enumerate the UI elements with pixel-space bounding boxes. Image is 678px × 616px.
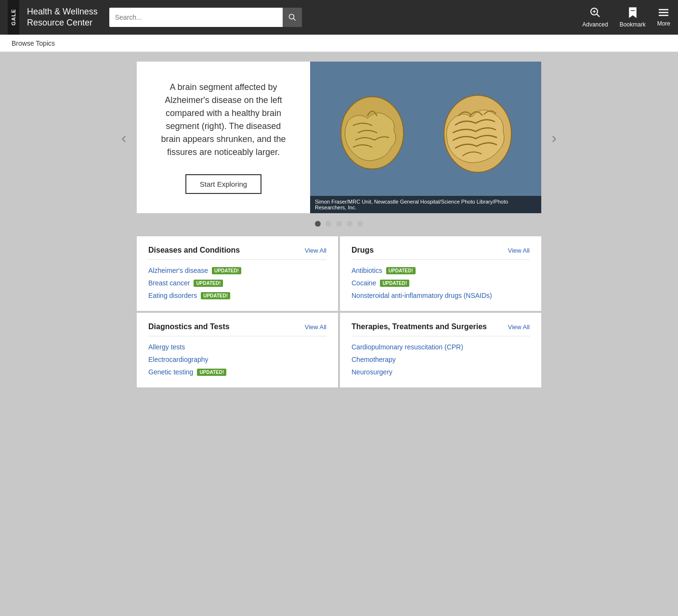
view-all-diagnostics-tests[interactable]: View All xyxy=(305,323,326,331)
category-link-drugs-0[interactable]: AntibioticsUPDATED! xyxy=(352,267,530,274)
category-link-therapies-treatments-2[interactable]: Neurosurgery xyxy=(352,368,530,376)
brain-visual xyxy=(310,62,541,213)
category-card-diagnostics-tests: Diagnostics and TestsView AllAllergy tes… xyxy=(137,313,338,387)
carousel-dot-2[interactable] xyxy=(326,221,331,227)
category-link-diseases-conditions-0[interactable]: Alzheimer's diseaseUPDATED! xyxy=(148,267,326,274)
view-all-therapies-treatments[interactable]: View All xyxy=(508,323,530,331)
search-input[interactable] xyxy=(109,10,283,25)
category-title-diseases-conditions: Diseases and Conditions xyxy=(148,246,240,255)
category-link-text-diseases-conditions-0: Alzheimer's disease xyxy=(148,267,208,274)
category-link-text-diagnostics-tests-2: Genetic testing xyxy=(148,368,193,376)
category-link-diseases-conditions-2[interactable]: Eating disordersUPDATED! xyxy=(148,292,326,299)
updated-badge-drugs-0: UPDATED! xyxy=(386,267,416,274)
carousel-next-button[interactable]: › xyxy=(548,125,561,150)
bookmark-icon xyxy=(628,7,638,20)
category-links-diagnostics-tests: Allergy testsElectrocardiographyGenetic … xyxy=(148,343,326,376)
category-grid: Diseases and ConditionsView AllAlzheimer… xyxy=(137,236,541,387)
carousel-image: Simon Fraser/MRC Unit, Newcastle General… xyxy=(310,62,541,213)
carousel-prev-button[interactable]: ‹ xyxy=(117,125,130,150)
category-link-text-diseases-conditions-1: Breast cancer xyxy=(148,279,190,287)
category-title-therapies-treatments: Therapies, Treatments and Surgeries xyxy=(352,322,487,331)
updated-badge-diseases-conditions-0: UPDATED! xyxy=(212,267,241,274)
brain-left-svg xyxy=(334,92,411,183)
category-header-drugs: DrugsView All xyxy=(352,246,530,260)
category-link-diagnostics-tests-0[interactable]: Allergy tests xyxy=(148,343,326,351)
site-title: Health & Wellness Resource Center xyxy=(27,6,98,29)
gale-logo: GALE xyxy=(8,0,19,35)
category-header-diagnostics-tests: Diagnostics and TestsView All xyxy=(148,322,326,336)
category-links-therapies-treatments: Cardiopulmonary resuscitation (CPR)Chemo… xyxy=(352,343,530,376)
category-link-text-therapies-treatments-0: Cardiopulmonary resuscitation (CPR) xyxy=(352,343,463,351)
brain-right-svg xyxy=(438,90,518,184)
svg-line-1 xyxy=(293,19,295,21)
carousel: ‹ A brain segment affected by Alzheimer'… xyxy=(137,62,541,213)
search-icon xyxy=(288,13,296,21)
updated-badge-diseases-conditions-1: UPDATED! xyxy=(194,280,223,287)
svg-line-3 xyxy=(597,14,600,17)
view-all-drugs[interactable]: View All xyxy=(508,247,530,254)
carousel-slide: A brain segment affected by Alzheimer's … xyxy=(137,62,541,213)
advanced-icon xyxy=(589,7,601,20)
category-link-therapies-treatments-0[interactable]: Cardiopulmonary resuscitation (CPR) xyxy=(352,343,530,351)
advanced-action[interactable]: Advanced xyxy=(582,7,608,28)
category-link-text-drugs-0: Antibiotics xyxy=(352,267,382,274)
category-header-therapies-treatments: Therapies, Treatments and SurgeriesView … xyxy=(352,322,530,336)
category-title-drugs: Drugs xyxy=(352,246,374,255)
category-link-text-therapies-treatments-2: Neurosurgery xyxy=(352,368,392,376)
bookmark-svg xyxy=(628,7,638,18)
carousel-dots xyxy=(117,221,561,227)
image-caption: Simon Fraser/MRC Unit, Newcastle General… xyxy=(310,196,541,213)
category-link-diagnostics-tests-1[interactable]: Electrocardiography xyxy=(148,356,326,363)
start-exploring-button[interactable]: Start Exploring xyxy=(185,174,261,194)
category-link-text-therapies-treatments-1: Chemotherapy xyxy=(352,356,396,363)
carousel-dot-5[interactable] xyxy=(357,221,363,227)
category-card-therapies-treatments: Therapies, Treatments and SurgeriesView … xyxy=(340,313,541,387)
updated-badge-diseases-conditions-2: UPDATED! xyxy=(201,292,230,299)
bookmark-action[interactable]: Bookmark xyxy=(620,7,646,28)
more-label: More xyxy=(657,20,670,27)
category-link-drugs-1[interactable]: CocaineUPDATED! xyxy=(352,279,530,287)
header: GALE Health & Wellness Resource Center A… xyxy=(0,0,678,35)
category-card-drugs: DrugsView AllAntibioticsUPDATED!CocaineU… xyxy=(340,236,541,311)
hamburger-icon xyxy=(658,8,669,17)
category-link-text-diseases-conditions-2: Eating disorders xyxy=(148,292,197,299)
category-link-drugs-2[interactable]: Nonsteroidal anti-inflammatory drugs (NS… xyxy=(352,292,530,299)
category-link-text-diagnostics-tests-0: Allergy tests xyxy=(148,343,185,351)
carousel-dot-3[interactable] xyxy=(336,221,342,227)
view-all-diseases-conditions[interactable]: View All xyxy=(305,247,326,254)
category-link-therapies-treatments-1[interactable]: Chemotherapy xyxy=(352,356,530,363)
search-button[interactable] xyxy=(283,8,302,27)
header-actions: Advanced Bookmark More xyxy=(582,7,670,28)
category-links-diseases-conditions: Alzheimer's diseaseUPDATED!Breast cancer… xyxy=(148,267,326,299)
carousel-dot-4[interactable] xyxy=(347,221,352,227)
carousel-dot-1[interactable] xyxy=(315,221,321,227)
updated-badge-diagnostics-tests-2: UPDATED! xyxy=(197,369,226,376)
category-link-diagnostics-tests-2[interactable]: Genetic testingUPDATED! xyxy=(148,368,326,376)
advanced-search-icon xyxy=(589,7,601,18)
advanced-label: Advanced xyxy=(582,21,608,28)
sub-nav: Browse Topics xyxy=(0,35,678,52)
category-link-text-drugs-1: Cocaine xyxy=(352,279,376,287)
carousel-text: A brain segment affected by Alzheimer's … xyxy=(137,62,310,213)
category-link-diseases-conditions-1[interactable]: Breast cancerUPDATED! xyxy=(148,279,326,287)
category-links-drugs: AntibioticsUPDATED!CocaineUPDATED!Nonste… xyxy=(352,267,530,299)
category-title-diagnostics-tests: Diagnostics and Tests xyxy=(148,322,230,331)
carousel-description: A brain segment affected by Alzheimer's … xyxy=(156,81,291,159)
category-header-diseases-conditions: Diseases and ConditionsView All xyxy=(148,246,326,260)
updated-badge-drugs-1: UPDATED! xyxy=(380,280,409,287)
svg-point-0 xyxy=(289,14,294,19)
browse-topics-link[interactable]: Browse Topics xyxy=(8,39,59,47)
category-link-text-drugs-2: Nonsteroidal anti-inflammatory drugs (NS… xyxy=(352,292,492,299)
bookmark-label: Bookmark xyxy=(620,21,646,28)
main-content: ‹ A brain segment affected by Alzheimer'… xyxy=(117,52,561,397)
search-bar xyxy=(109,8,302,27)
category-link-text-diagnostics-tests-1: Electrocardiography xyxy=(148,356,209,363)
more-icon xyxy=(658,8,669,19)
more-action[interactable]: More xyxy=(657,8,670,27)
category-card-diseases-conditions: Diseases and ConditionsView AllAlzheimer… xyxy=(137,236,338,311)
